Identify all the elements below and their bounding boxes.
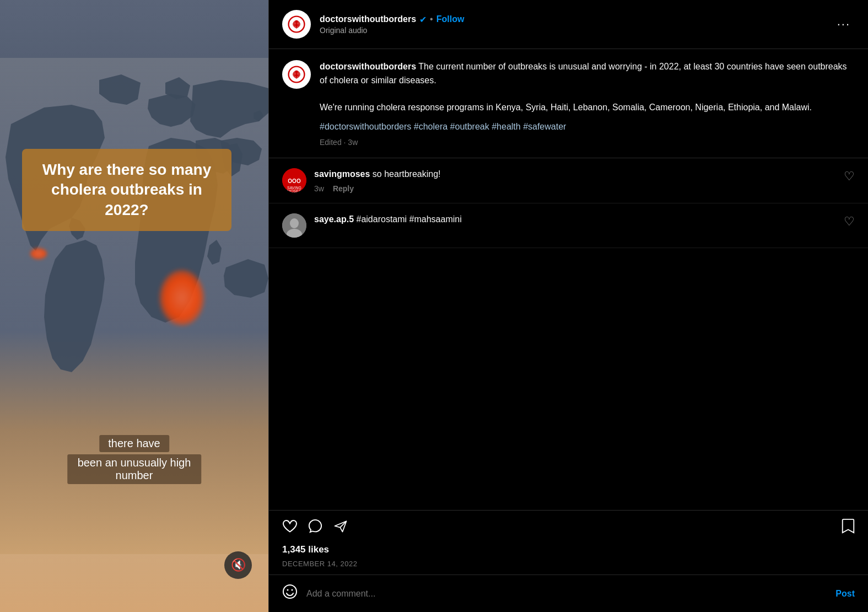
comments-section: OOO SAVING MOSES savingmoses so heartbre… [269,158,868,510]
video-title-overlay: Why are there so many cholera outbreaks … [22,149,231,231]
comment-button[interactable] [308,519,323,537]
comment-input[interactable] [306,589,827,599]
svg-point-3 [295,20,298,23]
post-date: DECEMBER 14, 2022 [269,557,868,575]
caption-text: doctorswithoutborders The current number… [320,60,855,115]
caption-avatar[interactable] [282,60,311,89]
svg-text:MOSES: MOSES [287,189,301,192]
share-button[interactable] [333,519,348,537]
like-button[interactable] [282,519,298,537]
haiti-outbreak-blob [30,248,47,259]
more-options-button[interactable]: ··· [833,17,855,31]
post-header: doctorswithoutborders ✔ • Follow Origina… [269,0,868,49]
svg-point-20 [287,589,289,591]
action-bar [269,510,868,542]
post-panel: doctorswithoutborders ✔ • Follow Origina… [268,0,868,612]
comment-input-row: Post [269,575,868,612]
comment-like-button[interactable]: ♡ [844,169,855,184]
mute-icon: 🔇 [231,558,246,572]
video-caption: there have been an unusually high number [67,434,202,485]
hashtags: #doctorswithoutborders #cholera #outbrea… [320,120,855,133]
video-panel: Why are there so many cholera outbreaks … [0,0,268,612]
emoji-button[interactable] [282,584,298,603]
comment-text: savingmoses so heartbreaking! [314,168,855,180]
svg-point-19 [283,585,296,598]
verified-badge: ✔ [419,14,427,25]
comment-text: saye.ap.5 #aidarostami #mahsaamini [314,213,855,226]
comment-item: OOO SAVING MOSES savingmoses so heartbre… [269,158,868,203]
svg-text:OOO: OOO [288,178,301,184]
comment-avatar-savingmoses[interactable]: OOO SAVING MOSES [282,168,306,192]
comment-avatar-saye[interactable] [282,213,306,238]
comment-like-button[interactable]: ♡ [844,214,855,229]
svg-point-8 [295,71,298,73]
reply-button[interactable]: Reply [333,184,354,193]
post-comment-button[interactable]: Post [835,589,855,599]
comment-time: 3w [314,184,324,193]
caption-body: doctorswithoutborders The current number… [320,60,855,147]
likes-row: 1,345 likes [269,542,868,557]
svg-point-21 [292,589,293,591]
comment-meta: 3w Reply [314,184,855,193]
africa-outbreak-blob [160,270,204,325]
caption-username[interactable]: doctorswithoutborders [320,62,416,71]
follow-button[interactable]: Follow [436,14,465,24]
account-avatar[interactable] [282,10,311,39]
audio-label: Original audio [320,26,824,35]
comment-body: savingmoses so heartbreaking! 3w Reply [314,168,855,192]
caption-section: doctorswithoutborders The current number… [269,49,868,158]
header-username[interactable]: doctorswithoutborders [320,14,416,24]
likes-count: 1,345 likes [282,544,329,555]
save-button[interactable] [842,518,855,538]
header-info: doctorswithoutborders ✔ • Follow Origina… [320,14,824,35]
comment-body: saye.ap.5 #aidarostami #mahsaamini [314,213,855,226]
svg-point-16 [290,218,299,228]
mute-button[interactable]: 🔇 [224,551,252,579]
comment-username[interactable]: saye.ap.5 [314,214,354,224]
comment-item: saye.ap.5 #aidarostami #mahsaamini ♡ [269,203,868,248]
comment-username[interactable]: savingmoses [314,169,370,179]
edited-timestamp: Edited · 3w [320,138,855,147]
